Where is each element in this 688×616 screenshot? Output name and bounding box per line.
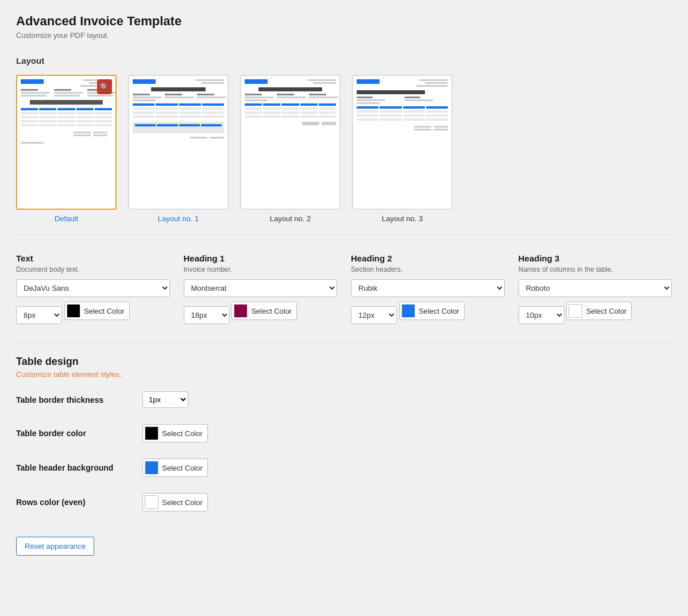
table-header-bg-swatch [145, 461, 159, 475]
typo-h2-size-select[interactable]: 12px 10px 14px 16px [351, 306, 397, 324]
typo-text-font-select[interactable]: DeJaVu Sans Arial Helvetica Times New Ro… [16, 279, 170, 297]
table-design-title: Table design [16, 356, 672, 368]
reset-appearance-button[interactable]: Reset appearance [16, 537, 94, 556]
page-title: Advanced Invoice Template [16, 14, 672, 29]
layout-thumb-default[interactable]: 🔍 [16, 75, 117, 210]
page-subtitle: Customize your PDF layout. [16, 31, 672, 40]
table-border-thickness-row: Table border thickness 1px 2px 3px [16, 391, 672, 408]
typo-h3-color-btn[interactable]: Select Color [566, 302, 632, 320]
table-header-bg-btn-label: Select Color [162, 464, 203, 472]
typo-h3-color-swatch [569, 304, 582, 318]
typo-h1-col: Heading 1 Invoice number. Montserrat Ari… [184, 253, 338, 330]
table-border-color-btn[interactable]: Select Color [142, 424, 208, 442]
table-header-bg-label: Table header background [16, 463, 142, 472]
layout-name-1: Layout no. 1 [158, 214, 199, 223]
layout-name-3: Layout no. 3 [382, 214, 423, 223]
layout-item-3[interactable]: Layout no. 3 [352, 75, 453, 223]
typo-h2-title: Heading 2 [351, 253, 505, 263]
typo-h1-font-select[interactable]: Montserrat Arial Roboto [184, 279, 338, 297]
typo-text-col: Text Document body text. DeJaVu Sans Ari… [16, 253, 170, 330]
layout-item-1[interactable]: Layout no. 1 [128, 75, 229, 223]
layout-section: Layout [16, 56, 672, 223]
layout-thumb-3[interactable] [352, 75, 453, 210]
table-border-thickness-label: Table border thickness [16, 395, 142, 405]
typo-h2-color-btn[interactable]: Select Color [399, 302, 465, 320]
typo-h3-title: Heading 3 [519, 253, 672, 263]
typo-h2-font-select[interactable]: Rubik Arial Roboto [351, 279, 505, 297]
typography-grid: Text Document body text. DeJaVu Sans Ari… [16, 253, 672, 330]
typo-text-color-btn[interactable]: Select Color [64, 302, 130, 320]
table-design-section: Table design Customize table element sty… [16, 356, 672, 556]
typo-h1-size-select[interactable]: 18px 16px 20px 24px [184, 306, 230, 324]
typo-h3-col: Heading 3 Names of columns in the table.… [519, 253, 672, 330]
search-icon[interactable]: 🔍 [97, 79, 112, 94]
typo-h1-title: Heading 1 [184, 253, 338, 263]
table-border-thickness-select[interactable]: 1px 2px 3px [142, 391, 188, 408]
table-rows-color-swatch [145, 495, 159, 509]
typo-h2-desc: Section headers. [351, 265, 505, 274]
table-border-color-swatch [145, 426, 159, 440]
typography-section: Text Document body text. DeJaVu Sans Ari… [16, 253, 672, 330]
table-border-color-btn-label: Select Color [162, 429, 203, 438]
table-header-bg-btn[interactable]: Select Color [142, 459, 208, 477]
layout-name-2: Layout no. 2 [270, 214, 311, 223]
typo-text-title: Text [16, 253, 170, 263]
layouts-row: 🔍 Default [16, 75, 672, 223]
typo-h1-color-btn[interactable]: Select Color [231, 302, 297, 320]
typo-h1-color-swatch [234, 304, 248, 318]
layout-thumb-1[interactable] [128, 75, 229, 210]
layout-section-label: Layout [16, 56, 672, 66]
typo-h3-desc: Names of columns in the table. [519, 265, 672, 274]
table-border-color-row: Table border color Select Color [16, 424, 672, 442]
typo-h3-font-select[interactable]: Roboto Arial Montserrat [519, 279, 672, 297]
table-rows-color-btn[interactable]: Select Color [142, 493, 208, 511]
table-header-bg-row: Table header background Select Color [16, 459, 672, 477]
typo-h2-color-label: Select Color [419, 307, 459, 315]
typo-h2-col: Heading 2 Section headers. Rubik Arial R… [351, 253, 505, 330]
typo-text-color-swatch [67, 304, 80, 318]
layout-item-2[interactable]: Layout no. 2 [240, 75, 341, 223]
typo-h1-desc: Invoice number. [184, 265, 338, 274]
typo-text-desc: Document body text. [16, 265, 170, 274]
table-border-color-label: Table border color [16, 429, 142, 438]
typo-h3-color-label: Select Color [586, 307, 627, 315]
table-design-desc: Customize table element styles. [16, 370, 672, 379]
layout-name-default: Default [55, 214, 78, 223]
table-rows-color-label: Rows color (even) [16, 498, 142, 507]
typo-text-size-select[interactable]: 8px 10px 12px 14px [16, 306, 62, 324]
layout-thumb-2[interactable] [240, 75, 341, 210]
typo-h2-color-swatch [401, 304, 415, 318]
typo-text-color-label: Select Color [84, 307, 125, 315]
typo-h1-color-label: Select Color [251, 307, 292, 315]
layout-item-default[interactable]: 🔍 Default [16, 75, 117, 223]
table-rows-color-btn-label: Select Color [162, 498, 203, 507]
typo-h3-size-select[interactable]: 10px 8px 12px 14px [519, 306, 565, 324]
table-rows-color-row: Rows color (even) Select Color [16, 493, 672, 511]
